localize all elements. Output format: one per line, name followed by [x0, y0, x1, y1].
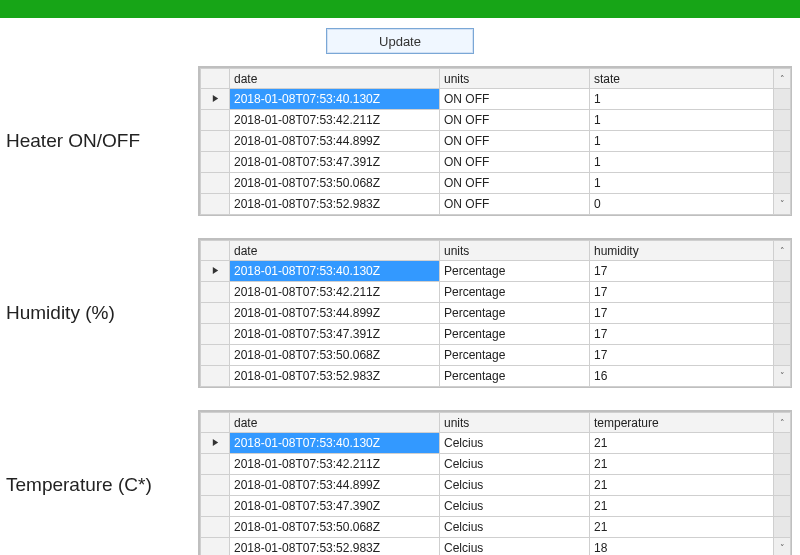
panel-temperature-grid[interactable]: date units temperature ˄ 2018-01-08T07:5… — [198, 410, 792, 555]
row-indicator[interactable] — [200, 303, 230, 324]
cell-temperature[interactable]: 21 — [590, 475, 774, 496]
cell-humidity[interactable]: 17 — [590, 324, 774, 345]
row-indicator[interactable] — [200, 538, 230, 555]
cell-date[interactable]: 2018-01-08T07:53:44.899Z — [230, 475, 440, 496]
cell-units[interactable]: Percentage — [440, 324, 590, 345]
cell-units[interactable]: Celcius — [440, 454, 590, 475]
cell-units[interactable]: ON OFF — [440, 131, 590, 152]
cell-date[interactable]: 2018-01-08T07:53:50.068Z — [230, 345, 440, 366]
update-button[interactable]: Update — [326, 28, 474, 54]
cell-date[interactable]: 2018-01-08T07:53:42.211Z — [230, 454, 440, 475]
cell-date[interactable]: 2018-01-08T07:53:44.899Z — [230, 131, 440, 152]
row-indicator[interactable] — [200, 496, 230, 517]
cell-units[interactable]: Percentage — [440, 282, 590, 303]
row-indicator[interactable] — [200, 475, 230, 496]
col-units[interactable]: units — [440, 68, 590, 89]
cell-date[interactable]: 2018-01-08T07:53:47.391Z — [230, 152, 440, 173]
cell-state[interactable]: 1 — [590, 89, 774, 110]
cell-date[interactable]: 2018-01-08T07:53:42.211Z — [230, 282, 440, 303]
cell-date[interactable]: 2018-01-08T07:53:42.211Z — [230, 110, 440, 131]
cell-date[interactable]: 2018-01-08T07:53:52.983Z — [230, 538, 440, 555]
cell-units[interactable]: ON OFF — [440, 152, 590, 173]
cell-state[interactable]: 1 — [590, 152, 774, 173]
scroll-track[interactable] — [774, 517, 791, 538]
cell-units[interactable]: ON OFF — [440, 110, 590, 131]
scroll-track[interactable] — [774, 110, 791, 131]
row-indicator[interactable] — [200, 433, 230, 454]
col-date[interactable]: date — [230, 412, 440, 433]
row-indicator[interactable] — [200, 89, 230, 110]
cell-humidity[interactable]: 17 — [590, 261, 774, 282]
cell-state[interactable]: 1 — [590, 110, 774, 131]
row-indicator[interactable] — [200, 152, 230, 173]
scroll-down[interactable]: ˅ — [774, 538, 791, 555]
cell-units[interactable]: ON OFF — [440, 89, 590, 110]
cell-units[interactable]: Celcius — [440, 496, 590, 517]
cell-humidity[interactable]: 17 — [590, 345, 774, 366]
row-indicator[interactable] — [200, 261, 230, 282]
cell-units[interactable]: Percentage — [440, 345, 590, 366]
panel-heater-grid[interactable]: date units state ˄ 2018-01-08T07:53:40.1… — [198, 66, 792, 216]
col-humidity[interactable]: humidity — [590, 240, 774, 261]
col-state[interactable]: state — [590, 68, 774, 89]
scroll-track[interactable] — [774, 282, 791, 303]
cell-date[interactable]: 2018-01-08T07:53:50.068Z — [230, 173, 440, 194]
row-indicator[interactable] — [200, 131, 230, 152]
cell-units[interactable]: ON OFF — [440, 194, 590, 215]
row-indicator[interactable] — [200, 110, 230, 131]
scroll-track[interactable] — [774, 475, 791, 496]
cell-date[interactable]: 2018-01-08T07:53:40.130Z — [230, 433, 440, 454]
cell-date[interactable]: 2018-01-08T07:53:44.899Z — [230, 303, 440, 324]
cell-temperature[interactable]: 21 — [590, 496, 774, 517]
scroll-track[interactable] — [774, 261, 791, 282]
cell-date[interactable]: 2018-01-08T07:53:47.391Z — [230, 324, 440, 345]
cell-humidity[interactable]: 16 — [590, 366, 774, 387]
cell-state[interactable]: 1 — [590, 131, 774, 152]
cell-state[interactable]: 0 — [590, 194, 774, 215]
cell-units[interactable]: Percentage — [440, 366, 590, 387]
cell-date[interactable]: 2018-01-08T07:53:47.390Z — [230, 496, 440, 517]
cell-humidity[interactable]: 17 — [590, 282, 774, 303]
scroll-track[interactable] — [774, 152, 791, 173]
row-indicator[interactable] — [200, 173, 230, 194]
row-indicator[interactable] — [200, 345, 230, 366]
row-indicator[interactable] — [200, 366, 230, 387]
cell-date[interactable]: 2018-01-08T07:53:40.130Z — [230, 89, 440, 110]
scroll-track[interactable] — [774, 433, 791, 454]
col-units[interactable]: units — [440, 240, 590, 261]
scroll-track[interactable] — [774, 131, 791, 152]
cell-temperature[interactable]: 21 — [590, 433, 774, 454]
cell-units[interactable]: Celcius — [440, 517, 590, 538]
col-units[interactable]: units — [440, 412, 590, 433]
cell-date[interactable]: 2018-01-08T07:53:40.130Z — [230, 261, 440, 282]
row-indicator[interactable] — [200, 282, 230, 303]
cell-units[interactable]: Celcius — [440, 538, 590, 555]
col-date[interactable]: date — [230, 240, 440, 261]
scroll-track[interactable] — [774, 303, 791, 324]
cell-temperature[interactable]: 18 — [590, 538, 774, 555]
scroll-track[interactable] — [774, 496, 791, 517]
scroll-up[interactable]: ˄ — [774, 412, 791, 433]
row-indicator[interactable] — [200, 454, 230, 475]
col-temperature[interactable]: temperature — [590, 412, 774, 433]
cell-date[interactable]: 2018-01-08T07:53:52.983Z — [230, 194, 440, 215]
scroll-track[interactable] — [774, 173, 791, 194]
scroll-up[interactable]: ˄ — [774, 68, 791, 89]
cell-units[interactable]: Celcius — [440, 433, 590, 454]
cell-date[interactable]: 2018-01-08T07:53:52.983Z — [230, 366, 440, 387]
scroll-track[interactable] — [774, 324, 791, 345]
cell-units[interactable]: Percentage — [440, 303, 590, 324]
scroll-down[interactable]: ˅ — [774, 194, 791, 215]
scroll-up[interactable]: ˄ — [774, 240, 791, 261]
cell-humidity[interactable]: 17 — [590, 303, 774, 324]
row-indicator[interactable] — [200, 324, 230, 345]
panel-humidity-grid[interactable]: date units humidity ˄ 2018-01-08T07:53:4… — [198, 238, 792, 388]
cell-units[interactable]: Celcius — [440, 475, 590, 496]
col-date[interactable]: date — [230, 68, 440, 89]
row-indicator[interactable] — [200, 517, 230, 538]
scroll-track[interactable] — [774, 454, 791, 475]
cell-temperature[interactable]: 21 — [590, 454, 774, 475]
scroll-track[interactable] — [774, 345, 791, 366]
cell-units[interactable]: Percentage — [440, 261, 590, 282]
cell-temperature[interactable]: 21 — [590, 517, 774, 538]
